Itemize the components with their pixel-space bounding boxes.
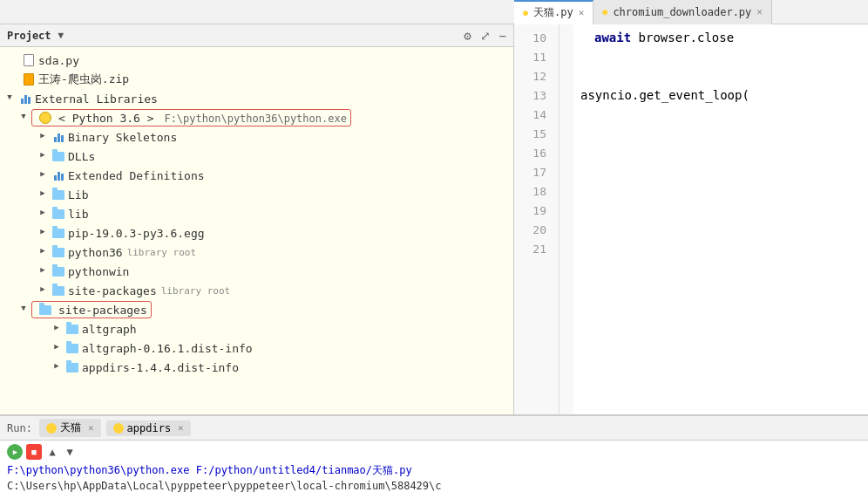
- code-line-20: [580, 220, 868, 239]
- bookmark-13: [559, 85, 573, 105]
- tree-item-lib-lower[interactable]: lib: [0, 204, 513, 223]
- line-num-20: 20: [517, 220, 552, 239]
- tree-item-altgraph-dist[interactable]: altgraph-0.16.1.dist-info: [0, 338, 513, 358]
- terminal: ▲ ▼ F:\python\python36\python.exe F:/pyt…: [0, 440, 868, 492]
- arrow-sda: [7, 54, 19, 66]
- run-tabs: 天猫 ✕ appdirs ✕: [39, 419, 191, 437]
- arrow-altgraph: [51, 323, 63, 335]
- settings-icon[interactable]: ⚙: [464, 29, 471, 43]
- label-site-packages: site-packages: [58, 304, 147, 317]
- bookmark-10: [559, 28, 573, 47]
- run-tab-appdirs[interactable]: appdirs ✕: [106, 420, 191, 436]
- tree-item-zip[interactable]: 王涛-爬虫岗.zip: [0, 70, 513, 89]
- arrow-extended-defs: [37, 169, 49, 181]
- label-pythonwin: pythonwin: [68, 265, 129, 278]
- label-zip: 王涛-爬虫岗.zip: [38, 72, 129, 87]
- tree-item-altgraph[interactable]: altgraph: [0, 319, 513, 338]
- up-button[interactable]: ▲: [45, 445, 59, 459]
- code-line-21: [580, 239, 868, 258]
- line-num-17: 17: [517, 162, 552, 181]
- tree-item-pythonwin[interactable]: pythonwin: [0, 262, 513, 281]
- line-num-16: 16: [517, 143, 552, 162]
- line-num-18: 18: [517, 181, 552, 201]
- bars-icon-extended: [51, 168, 65, 182]
- arrow-python36-root: [37, 246, 49, 258]
- folder-icon-appdirs-dist: [65, 360, 79, 374]
- code-line-19: [580, 201, 868, 220]
- arrow-external-libs: [3, 92, 16, 105]
- folder-icon-pythonwin: [51, 264, 65, 278]
- code-content[interactable]: await browser.close asyncio.get_event_lo…: [573, 24, 868, 414]
- code-line-13: asyncio.get_event_loop(: [580, 85, 868, 105]
- terminal-line-2: C:\Users\hp\AppData\Local\pyppeteer\pypp…: [7, 480, 861, 492]
- label-site-packages-root: site-packages: [68, 284, 157, 297]
- file-tree: sda.py 王涛-爬虫岗.zip External Libraries: [0, 47, 513, 414]
- stop-button[interactable]: [26, 444, 42, 460]
- code-area[interactable]: 10 11 12 13 14 15 16 17 18 19 20 21: [514, 24, 868, 414]
- bars-icon-external: [18, 92, 32, 106]
- line-num-12: 12: [517, 66, 552, 85]
- run-tab-appdirs-close[interactable]: ✕: [178, 422, 184, 434]
- tab-tianmao[interactable]: ● 天猫.py ✕: [514, 0, 593, 24]
- line-numbers: 10 11 12 13 14 15 16 17 18 19 20 21: [514, 24, 559, 414]
- tree-item-binary-skeletons[interactable]: Binary Skeletons: [0, 127, 513, 147]
- tree-item-site-packages-root[interactable]: site-packages library root: [0, 281, 513, 300]
- tab-chromium[interactable]: ● chromium_downloader.py ✕: [593, 0, 772, 24]
- bookmark-12: [559, 66, 573, 85]
- tree-item-external-libs[interactable]: External Libraries: [0, 89, 513, 108]
- bottom-panel: Run: 天猫 ✕ appdirs ✕ ▲ ▼ F:\python\python…: [0, 414, 868, 492]
- down-button[interactable]: ▼: [63, 445, 77, 459]
- tab-bar: ● 天猫.py ✕ ● chromium_downloader.py ✕: [0, 0, 868, 24]
- tree-item-python36-root[interactable]: python36 library root: [0, 243, 513, 262]
- main-area: Project ▼ ⚙ ⤢ − sda.py 王涛-爬虫岗.zip: [0, 24, 868, 414]
- line-num-15: 15: [517, 124, 552, 143]
- code-line-10: await browser.close: [580, 28, 868, 47]
- play-button[interactable]: [7, 444, 23, 460]
- file-icon-sda: [22, 53, 36, 67]
- bars-icon-binary: [51, 130, 65, 144]
- label-site-packages-root-sublabel: library root: [161, 285, 230, 297]
- tab-tianmao-close[interactable]: ✕: [579, 7, 585, 18]
- sidebar-dropdown-icon[interactable]: ▼: [58, 30, 64, 41]
- code-line-11: [580, 47, 868, 66]
- arrow-lib-cap: [37, 188, 49, 201]
- bookmark-21: [559, 239, 573, 258]
- run-label: Run:: [7, 422, 32, 434]
- label-python36-root-sublabel: library root: [127, 247, 196, 258]
- tree-item-appdirs-dist[interactable]: appdirs-1.4.4.dist-info: [0, 358, 513, 377]
- label-lib-cap: Lib: [68, 188, 88, 202]
- folder-icon-site-packages: [38, 303, 52, 317]
- expand-icon[interactable]: ⤢: [480, 29, 491, 43]
- tree-item-python36[interactable]: < Python 3.6 > F:\python\python36\python…: [0, 108, 513, 127]
- tree-item-extended-defs[interactable]: Extended Definitions: [0, 166, 513, 185]
- code-line-15: [580, 124, 868, 143]
- label-appdirs-dist: appdirs-1.4.4.dist-info: [82, 361, 239, 374]
- line-num-21: 21: [517, 239, 552, 258]
- label-pip-egg: pip-19.0.3-py3.6.egg: [68, 227, 205, 240]
- arrow-python36: [17, 112, 30, 124]
- arrow-site-packages: [17, 304, 30, 316]
- bookmark-11: [559, 47, 573, 66]
- bookmark-18: [559, 181, 573, 201]
- tree-item-dlls[interactable]: DLLs: [0, 147, 513, 166]
- tab-python-icon: ●: [523, 8, 528, 17]
- bookmark-17: [559, 162, 573, 181]
- folder-icon-altgraph: [65, 322, 79, 336]
- label-python36-root: python36: [68, 246, 123, 259]
- python-icon: [38, 111, 52, 125]
- tree-item-sda[interactable]: sda.py: [0, 51, 513, 70]
- minimize-icon[interactable]: −: [499, 29, 506, 43]
- run-tab-tianmao-close[interactable]: ✕: [88, 422, 94, 434]
- terminal-line-1: F:\python\python36\python.exe F:/python/…: [7, 463, 861, 478]
- folder-icon-pip: [51, 226, 65, 240]
- tree-item-pip-egg[interactable]: pip-19.0.3-py3.6.egg: [0, 223, 513, 243]
- label-altgraph: altgraph: [82, 323, 137, 336]
- tab-chromium-close[interactable]: ✕: [756, 6, 763, 17]
- tree-item-site-packages[interactable]: site-packages: [0, 300, 513, 319]
- run-tab-tianmao[interactable]: 天猫 ✕: [39, 419, 101, 437]
- arrow-dlls: [37, 150, 49, 162]
- tree-item-lib-cap[interactable]: Lib: [0, 185, 513, 204]
- arrow-altgraph-dist: [51, 342, 63, 354]
- label-dlls: DLLs: [68, 150, 95, 163]
- bookmark-19: [559, 201, 573, 220]
